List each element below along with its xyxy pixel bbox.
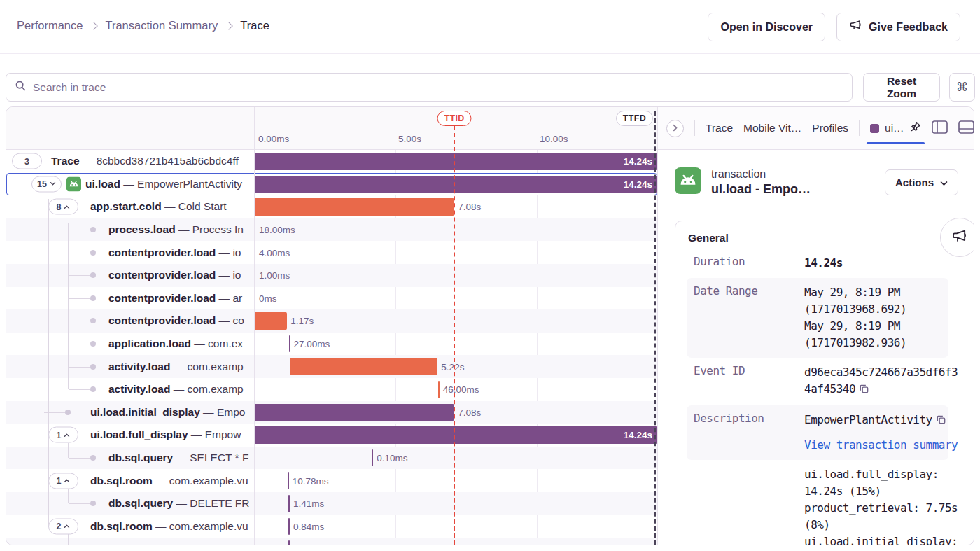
description-key: Description	[694, 412, 804, 454]
trace-row-ui-load-full-display[interactable]: 1ui.load.full_display — Empow14.24s	[6, 424, 657, 447]
ops-line: product_retrieval: 7.75s (8%)	[804, 500, 962, 533]
chevron-right-icon	[225, 22, 233, 29]
tree-connector	[44, 412, 65, 413]
breadcrumb-trace: Trace	[240, 19, 270, 32]
ttfd-badge[interactable]: TTFD	[616, 111, 653, 126]
tree-connector	[69, 458, 90, 459]
span-bar[interactable]	[288, 518, 290, 536]
copy-icon[interactable]	[936, 413, 946, 430]
tab-ui-load-active[interactable]: ui…	[870, 121, 921, 135]
trace-search[interactable]	[6, 73, 853, 102]
trace-row-process-load[interactable]: process.load — Process In18.00ms	[6, 218, 657, 242]
breadcrumb-performance[interactable]: Performance	[17, 19, 83, 32]
span-op: db.sql.room	[90, 475, 153, 487]
span-bar[interactable]	[288, 540, 290, 545]
span-bar[interactable]: 14.24s	[254, 153, 657, 170]
tab-mobile-vitals[interactable]: Mobile Vit…	[743, 122, 802, 134]
span-bar[interactable]	[254, 312, 287, 330]
description-text: EmpowerPlantActivity	[804, 413, 932, 426]
ttid-badge[interactable]: TTID	[438, 111, 472, 126]
trace-row-contentprovider-load[interactable]: contentprovider.load — co1.17s	[6, 309, 657, 333]
trace-row-app-start-cold[interactable]: 8app.start.cold — Cold Start7.08s	[6, 195, 657, 218]
span-bar[interactable]	[288, 472, 289, 489]
span-bar[interactable]	[289, 335, 290, 353]
span-tree-cell: 2db.sql.room — com.example.vu	[6, 515, 254, 538]
trace-row-contentprovider-load[interactable]: contentprovider.load — io4.00ms	[6, 241, 657, 264]
search-input[interactable]	[33, 81, 844, 94]
trace-row-ui-load-initial-display[interactable]: ui.load.initial_display — Empo7.08s	[6, 401, 657, 424]
top-bar: Performance Transaction Summary Trace Op…	[0, 0, 980, 54]
reset-zoom-button[interactable]: Reset Zoom	[863, 73, 940, 102]
span-bar-cell: 27.00ms	[254, 333, 657, 356]
trace-row-application-load[interactable]: application.load — com.ex27.00ms	[6, 333, 657, 356]
span-count-badge[interactable]: 3	[12, 153, 42, 169]
trace-row-db-sql-query[interactable]: db.sql.query — DELETE FR1.41ms	[6, 492, 657, 515]
trace-row-db-sql-query[interactable]: db.sql.query — INSERT OR0.7	[6, 538, 657, 545]
span-count-badge[interactable]: 15	[31, 176, 62, 192]
span-op: contentprovider.load	[108, 246, 216, 258]
span-label: ui.load.full_display — Empow	[90, 428, 241, 441]
span-count-badge[interactable]: 1	[48, 427, 78, 443]
span-bar[interactable]	[438, 381, 440, 398]
span-op: Trace	[51, 155, 80, 167]
trace-row-db-sql-room[interactable]: 2db.sql.room — com.example.vu0.84ms	[6, 515, 657, 538]
trace-row-contentprovider-load[interactable]: contentprovider.load — ar0ms	[6, 287, 657, 310]
span-tree-cell: 8app.start.cold — Cold Start	[6, 195, 254, 218]
open-in-discover-button[interactable]: Open in Discover	[708, 13, 825, 41]
trace-row-activity-load[interactable]: activity.load — com.examp5.22s	[6, 355, 657, 378]
span-bar-cell: 46.00ms	[254, 378, 657, 401]
collapse-panel-button[interactable]	[666, 120, 684, 137]
span-bar[interactable]	[254, 198, 454, 216]
span-op: process.load	[108, 223, 176, 235]
breadcrumb-transaction-summary[interactable]: Transaction Summary	[105, 19, 218, 32]
trace-row-db-sql-room[interactable]: 1db.sql.room — com.example.vu10.78ms	[6, 469, 657, 492]
tree-timeline-divider[interactable]	[254, 107, 255, 545]
give-feedback-button[interactable]: Give Feedback	[836, 13, 960, 41]
kv-duration: Duration 14.24s	[687, 249, 948, 278]
tab-trace[interactable]: Trace	[706, 122, 733, 134]
span-label: db.sql.query — INSERT OR	[108, 543, 248, 545]
span-bar[interactable]: 14.24s	[254, 426, 657, 444]
trace-row-activity-load[interactable]: activity.load — com.examp46.00ms	[6, 378, 657, 401]
tree-connector	[69, 321, 90, 321]
chevron-up-icon	[64, 433, 70, 437]
copy-icon[interactable]	[859, 382, 869, 399]
view-transaction-summary-link[interactable]: View transaction summary	[804, 437, 962, 454]
pin-icon[interactable]	[910, 121, 921, 135]
span-op: ui.load	[85, 178, 120, 190]
feedback-fab-button[interactable]	[940, 218, 974, 257]
ops-breakdown-value: ui.load.full_display: 14.24s (15%) produ…	[804, 466, 962, 545]
span-bar[interactable]: 14.24s	[254, 176, 657, 193]
trace-row-ui-load[interactable]: 15ui.load — EmpowerPlantActivity14.24s	[6, 173, 657, 196]
span-count-badge[interactable]: 8	[48, 199, 78, 215]
span-bar[interactable]	[254, 404, 454, 421]
timeline-tick-10s: 10.00s	[540, 134, 568, 144]
span-tree-cell: 1ui.load.full_display — Empow	[6, 424, 254, 447]
span-tree-cell: 1db.sql.room — com.example.vu	[6, 469, 254, 492]
span-count: 15	[37, 179, 47, 189]
actions-button[interactable]: Actions	[885, 169, 958, 195]
span-count-badge[interactable]: 1	[48, 473, 78, 489]
span-duration: 14.24s	[624, 179, 652, 189]
tab-profiles[interactable]: Profiles	[812, 122, 848, 134]
span-op: db.sql.query	[108, 543, 173, 545]
span-bar[interactable]	[290, 358, 438, 375]
layout-bottom-icon[interactable]	[958, 120, 974, 137]
span-bar[interactable]	[372, 449, 373, 467]
chevron-up-icon	[64, 524, 70, 529]
span-op: activity.load	[108, 361, 170, 372]
shortcuts-button[interactable]: ⌘	[949, 73, 975, 102]
span-count-badge[interactable]: 2	[48, 518, 78, 534]
trace-row-contentprovider-load[interactable]: contentprovider.load — io1.00ms	[6, 264, 657, 287]
duration-value: 14.24s	[804, 255, 962, 272]
span-bar-cell: 1.17s	[254, 309, 657, 333]
trace-row-Trace[interactable]: 3Trace — 8cbbcd38721b415ab6cbdc4ff14.24s	[6, 150, 657, 173]
span-label: db.sql.query — DELETE FR	[108, 497, 250, 510]
duration-key: Duration	[694, 255, 804, 272]
kv-event-id: Event ID d96eca345c724667a35df6f34af4534…	[687, 358, 948, 405]
span-bar[interactable]	[288, 495, 290, 512]
megaphone-icon	[951, 228, 968, 247]
trace-row-db-sql-query[interactable]: db.sql.query — SELECT * F0.10ms	[6, 447, 657, 470]
layout-left-icon[interactable]	[932, 120, 948, 137]
span-dot	[90, 272, 96, 278]
